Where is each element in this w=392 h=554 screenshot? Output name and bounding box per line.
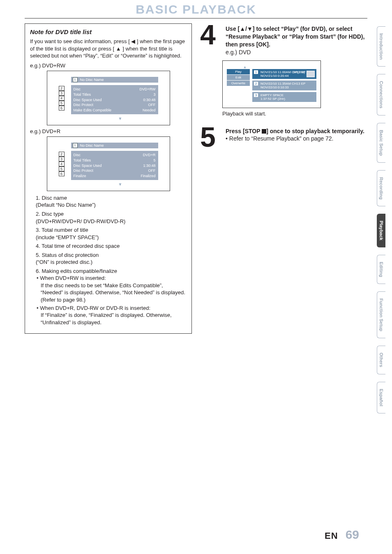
step-4-instruction: Use [▲/▼] to select “Play” (for DVD), or… [226,25,364,48]
down-arrow-icon: ▼ [71,182,170,187]
callout-tags: 2 3 4 5 6 [59,152,65,176]
tab-editing[interactable]: Editing [377,255,385,284]
menu-edit: Edit [227,75,250,81]
note-heading: Note for DVD title list [30,28,187,36]
menu-overwrite: Overwrite [227,81,250,86]
thumbnail-icon [307,71,315,77]
tab-others[interactable]: Others [377,346,385,374]
up-arrow-icon: ▲ [173,65,316,69]
eg-label-2: e.g.) DVD+R [30,128,187,135]
step-number-4: 4 [200,23,222,46]
tab-playback[interactable]: Playback [377,214,385,247]
tab-introduction[interactable]: Introduction [377,26,385,67]
disc-name-value: No Disc Name [80,143,104,148]
playback-screen: ▲ Play Edit Overwrite 1 SP(2Hr) NOV/21/1… [222,60,321,108]
disc-info-panel-r: 1 No Disc Name 2 3 4 5 6 DiscDVD+R Total… [47,136,170,191]
eg-label-1: e.g.) DVD+RW [30,62,187,69]
note-body: If you want to see disc information, pre… [30,38,187,60]
title-entry-1: 1 SP(2Hr) NOV/21/10 11:00AM CH12 SP NOV/… [252,69,316,79]
tab-function-setup[interactable]: Function Setup [377,291,385,338]
step-number-5: 5 [200,126,222,148]
tab-recording[interactable]: Recording [377,170,385,206]
legend-list: 1. Disc name(Default “No Disc Name”) 2. … [30,194,187,326]
page-footer: EN 69 [325,528,359,542]
step-5-bullet: • Refer to “Resume Playback” on page 72. [226,135,364,143]
playback-side-menu: Play Edit Overwrite [227,69,250,104]
step-5: 5 Press [STOP ] once to stop playback te… [200,126,367,148]
tab-espanol[interactable]: Español [377,382,385,413]
disc-info-panel-rw: 1 No Disc Name 2 3 4 5 6 DiscDVD+RW Tota… [47,71,170,125]
divider [25,18,367,18]
callout-tags: 2 3 4 5 6 [59,86,65,111]
step-4: 4 Use [▲/▼] to select “Play” (for DVD), … [200,23,367,56]
step-5-instruction: Press [STOP ] once to stop playback temp… [226,128,364,134]
step-4-eg: e.g.) DVD [226,48,367,56]
note-box: Note for DVD title list If you want to s… [25,23,192,334]
title-entry-3: 3 EMPTY SPACE 1:37:52 SP (2Hr) [252,92,316,102]
section-title: BASIC PLAYBACK [0,2,392,16]
stop-icon [262,129,266,134]
page-number: 69 [346,528,359,542]
down-arrow-icon: ▼ [71,116,170,122]
side-nav-tabs: Introduction Connections Basic Setup Rec… [377,26,385,413]
tab-basic-setup[interactable]: Basic Setup [377,123,385,163]
callout-1b: 1 [73,143,78,148]
step-4-result: Playback will start. [222,111,367,117]
disc-name-value: No Disc Name [80,77,104,82]
lang-code: EN [325,531,338,541]
tab-connections[interactable]: Connections [377,74,385,115]
menu-play: Play [227,69,250,75]
callout-1: 1 [73,77,78,82]
title-entry-2: 2 NOV/22/10 11:35AM CH13 EP NOV/22/10 0:… [252,81,316,90]
